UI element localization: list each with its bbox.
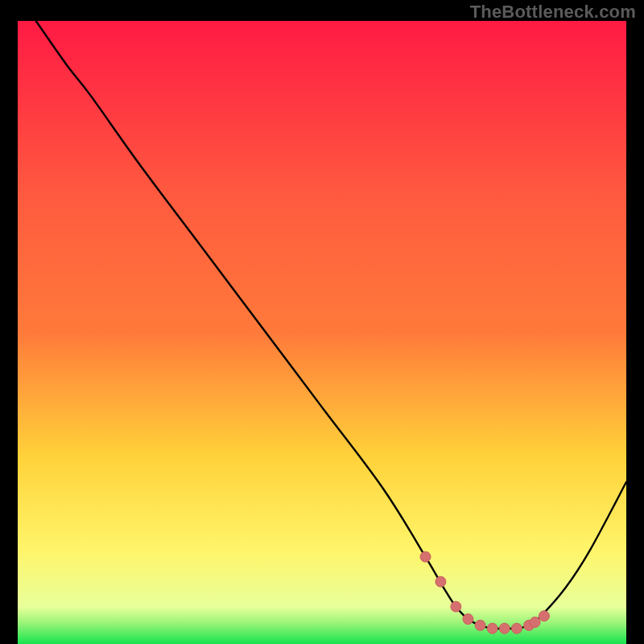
bottleneck-chart: [0, 0, 644, 644]
marker-dot: [499, 623, 510, 634]
watermark-text: TheBottleneck.com: [470, 2, 636, 23]
marker-dot: [420, 551, 431, 562]
marker-dot: [530, 617, 540, 627]
marker-dot: [487, 623, 497, 634]
marker-dot: [475, 620, 485, 630]
chart-frame: TheBottleneck.com: [0, 0, 644, 644]
gradient-background: [18, 21, 626, 644]
marker-dot: [451, 601, 461, 612]
marker-dot: [539, 611, 549, 621]
marker-dot: [436, 576, 446, 587]
marker-dot: [511, 623, 522, 634]
marker-dot: [463, 614, 473, 625]
